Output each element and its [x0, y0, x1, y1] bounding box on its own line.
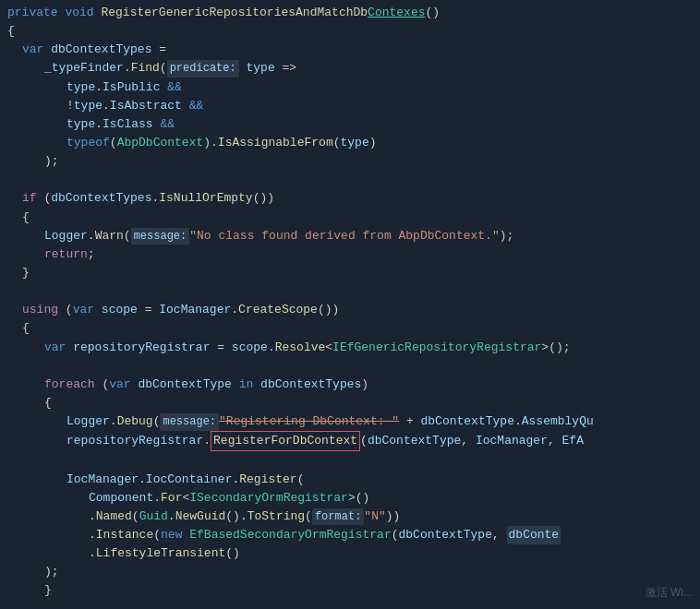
watermark-text: 激活 Wi...	[646, 584, 693, 602]
code-line-21: foreach (var dbContextType in dbContextT…	[0, 376, 700, 394]
code-line-12: {	[0, 209, 700, 227]
code-line-15: }	[0, 264, 700, 282]
code-line-13: Logger.Warn(message:"No class found deri…	[0, 227, 700, 245]
code-line-1: private void RegisterGenericRepositories…	[0, 4, 700, 22]
code-line-24: repositoryRegistrar.RegisterForDbContext…	[0, 431, 700, 451]
keyword-void: void	[65, 4, 101, 22]
code-line-8: typeof(AbpDbContext).IsAssignableFrom(ty…	[0, 134, 700, 152]
code-line-27: Component.For<ISecondaryOrmRegistrar>()	[0, 489, 700, 508]
highlighted-method: RegisterForDbContext	[211, 431, 360, 451]
code-line-26: IocManager.IocContainer.Register(	[0, 471, 700, 489]
code-container: private void RegisterGenericRepositories…	[0, 0, 700, 609]
method-name: RegisterGenericRepositoriesAndMatchDb	[101, 4, 368, 22]
code-line-2: {	[0, 22, 700, 41]
inline-hint: dbConte	[507, 526, 561, 544]
code-line-17: using (var scope = IocManager.CreateScop…	[0, 301, 700, 319]
code-line-14: return;	[0, 245, 700, 264]
code-line-19: var repositoryRegistrar = scope.Resolve<…	[0, 339, 700, 357]
code-line-3: var dbContextTypes =	[0, 41, 700, 59]
code-line-28: .Named(Guid.NewGuid().ToString(format:"N…	[0, 508, 700, 526]
code-line-29: .Instance(new EfBasedSecondaryOrmRegistr…	[0, 526, 700, 544]
code-line-18: {	[0, 319, 700, 338]
method-underline: Contexes	[368, 4, 425, 22]
code-line-10	[0, 171, 700, 189]
code-line-20	[0, 357, 700, 376]
code-line-32: }	[0, 581, 700, 600]
code-line-4: _typeFinder.Find(predicate: type =>	[0, 59, 700, 78]
code-line-31: );	[0, 563, 700, 581]
code-line-9: );	[0, 152, 700, 171]
keyword-private: private	[7, 4, 65, 22]
code-line-11: if (dbContextTypes.IsNullOrEmpty())	[0, 189, 700, 208]
code-line-16	[0, 282, 700, 301]
code-line-22: {	[0, 394, 700, 412]
code-line-30: .LifestyleTransient()	[0, 544, 700, 563]
code-line-25	[0, 451, 700, 470]
code-line-6: !type.IsAbstract &&	[0, 97, 700, 115]
code-line-5: type.IsPublic &&	[0, 78, 700, 97]
code-line-7: type.IsClass &&	[0, 115, 700, 134]
code-line-23: Logger.Debug(message:"Registering DbCont…	[0, 412, 700, 431]
